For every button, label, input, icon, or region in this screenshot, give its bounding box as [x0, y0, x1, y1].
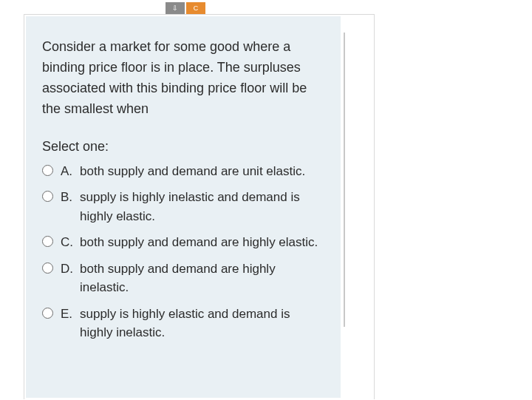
select-one-label: Select one: — [42, 139, 324, 155]
option-b[interactable]: B. supply is highly inelastic and demand… — [42, 188, 324, 226]
options-list: A. both supply and demand are unit elast… — [42, 162, 324, 342]
scrollbar[interactable] — [344, 33, 345, 327]
option-letter: E. — [61, 305, 80, 324]
radio-e[interactable] — [42, 308, 53, 319]
option-a[interactable]: A. both supply and demand are unit elast… — [42, 162, 324, 181]
option-letter: D. — [61, 260, 80, 279]
option-text: both supply and demand are highly inelas… — [80, 260, 324, 297]
tab-download[interactable]: ⇩ — [166, 2, 185, 14]
page-frame: Consider a market for some good where a … — [24, 14, 375, 399]
option-text: supply is highly elastic and demand is h… — [80, 305, 324, 342]
question-stem: Consider a market for some good where a … — [42, 37, 324, 120]
radio-a[interactable] — [42, 165, 53, 176]
radio-d[interactable] — [42, 262, 53, 274]
radio-c[interactable] — [42, 236, 53, 247]
tab-orange[interactable]: C — [186, 2, 205, 14]
option-text: both supply and demand are unit elastic. — [80, 162, 324, 181]
option-d[interactable]: D. both supply and demand are highly ine… — [42, 260, 324, 297]
question-card: Consider a market for some good where a … — [26, 16, 341, 398]
option-text: both supply and demand are highly elasti… — [80, 233, 324, 252]
option-letter: A. — [61, 162, 80, 181]
option-text: supply is highly inelastic and demand is… — [80, 188, 324, 226]
option-c[interactable]: C. both supply and demand are highly ela… — [42, 233, 324, 252]
top-tabs: ⇩ C — [166, 2, 205, 14]
option-letter: C. — [61, 233, 80, 252]
radio-b[interactable] — [42, 191, 53, 202]
option-letter: B. — [61, 188, 80, 207]
option-e[interactable]: E. supply is highly elastic and demand i… — [42, 305, 324, 342]
